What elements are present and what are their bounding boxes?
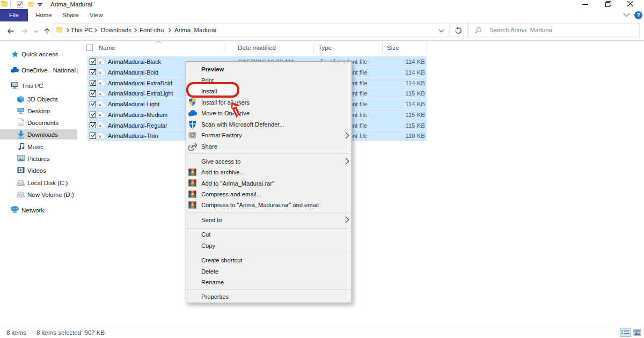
svg-text:A: A [99,82,101,85]
svg-text:A: A [99,103,101,107]
svg-text:A: A [99,61,101,64]
svg-text:A: A [99,113,101,117]
svg-text:A: A [99,135,101,138]
svg-text:A: A [99,71,101,75]
svg-text:A: A [99,124,101,128]
svg-text:A: A [99,92,101,96]
